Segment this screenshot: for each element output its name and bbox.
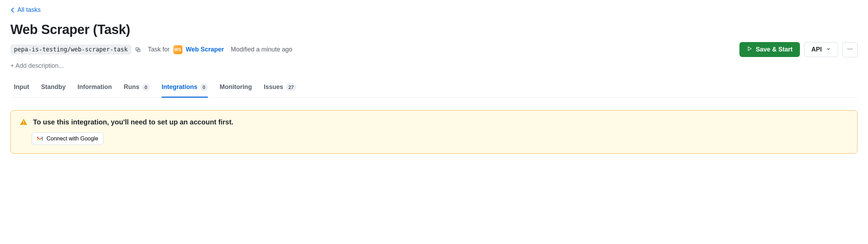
tab-issues[interactable]: Issues 27: [264, 80, 296, 98]
connect-label: Connect with Google: [47, 136, 98, 142]
add-description[interactable]: + Add description...: [10, 62, 858, 70]
svg-marker-2: [748, 47, 751, 51]
task-for-label: Task for: [148, 46, 170, 53]
svg-point-4: [850, 49, 851, 50]
connect-with-google-button[interactable]: Connect with Google: [32, 132, 104, 145]
tab-label: Standby: [41, 83, 66, 91]
copy-icon[interactable]: [135, 47, 141, 53]
tab-integrations[interactable]: Integrations 0: [162, 80, 208, 98]
meta-left: pepa-is-testing/web-scraper-task Task fo…: [10, 44, 292, 55]
svg-point-5: [851, 49, 852, 50]
tab-information[interactable]: Information: [77, 80, 112, 98]
dots-horizontal-icon: [847, 46, 853, 53]
tab-label: Issues: [264, 83, 283, 91]
tabs: Input Standby Information Runs 0 Integra…: [10, 80, 858, 98]
back-all-tasks[interactable]: All tasks: [10, 6, 41, 14]
task-path-chip: pepa-is-testing/web-scraper-task: [10, 44, 131, 55]
integration-setup-banner: To use this integration, you'll need to …: [10, 110, 858, 154]
task-for: Task for WS Web Scraper: [148, 45, 224, 54]
chevron-left-icon: [10, 8, 15, 13]
save-and-start-button[interactable]: Save & Start: [739, 42, 800, 57]
save-start-label: Save & Start: [756, 46, 793, 53]
warning-icon: [20, 118, 27, 126]
tab-count-badge: 27: [286, 83, 296, 91]
tab-label: Input: [14, 83, 29, 91]
modified-text: Modified a minute ago: [231, 46, 292, 53]
banner-body: Connect with Google: [32, 132, 848, 145]
tab-label: Monitoring: [220, 83, 252, 91]
back-link-label: All tasks: [17, 6, 41, 14]
tab-runs[interactable]: Runs 0: [124, 80, 150, 98]
actor-avatar: WS: [173, 45, 182, 54]
gmail-icon: [37, 136, 43, 141]
path-wrap: pepa-is-testing/web-scraper-task: [10, 44, 141, 55]
chevron-down-icon: [826, 46, 831, 53]
header-actions: Save & Start API: [739, 42, 858, 57]
tab-label: Integrations: [162, 83, 197, 91]
tab-count-badge: 0: [200, 83, 208, 91]
tab-monitoring[interactable]: Monitoring: [220, 80, 252, 98]
tab-label: Information: [77, 83, 112, 91]
page-title: Web Scraper (Task): [10, 22, 858, 37]
banner-head: To use this integration, you'll need to …: [20, 118, 848, 126]
meta-row: pepa-is-testing/web-scraper-task Task fo…: [10, 42, 858, 57]
tab-label: Runs: [124, 83, 139, 91]
tab-standby[interactable]: Standby: [41, 80, 66, 98]
actor-link[interactable]: Web Scraper: [186, 46, 224, 53]
banner-title: To use this integration, you'll need to …: [33, 118, 234, 126]
api-label: API: [811, 46, 822, 53]
play-icon: [747, 46, 752, 53]
tab-count-badge: 0: [142, 83, 150, 91]
more-menu-button[interactable]: [842, 42, 858, 57]
api-button[interactable]: API: [804, 42, 838, 57]
svg-point-3: [847, 49, 849, 50]
tab-input[interactable]: Input: [14, 80, 29, 98]
